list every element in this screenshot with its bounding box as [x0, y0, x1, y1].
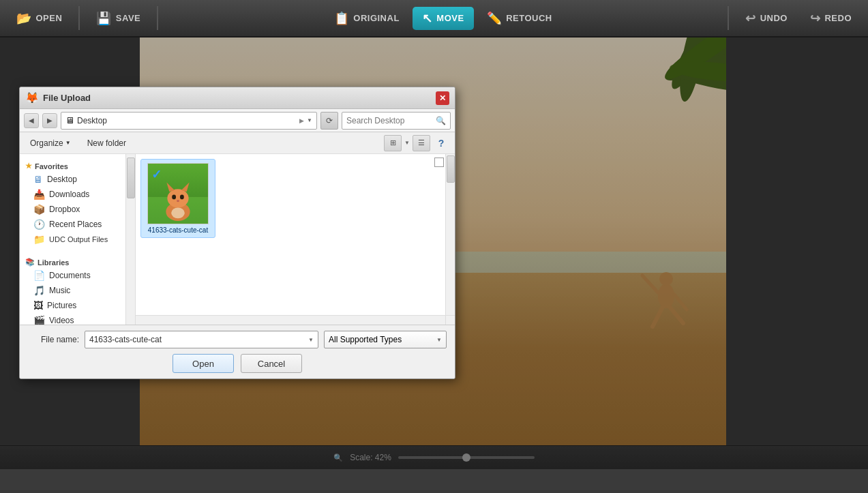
pictures-icon: 🖼: [33, 300, 43, 311]
dialog-titlebar: 🦊 File Upload ✕: [20, 87, 455, 109]
move-icon: ↖: [422, 11, 433, 26]
nav-item-desktop[interactable]: 🖥 Desktop: [20, 172, 135, 187]
scroll-corner: [445, 315, 455, 325]
svg-point-16: [167, 189, 188, 207]
retouch-button[interactable]: ✏️ RETOUCH: [477, 7, 562, 30]
redo-button[interactable]: ↪ REDO: [800, 7, 861, 30]
address-box[interactable]: 🖥 Desktop ▶ ▼: [61, 112, 317, 130]
file-hscrollbar[interactable]: [136, 315, 445, 325]
nav-item-downloads[interactable]: 📥 Downloads: [20, 187, 135, 202]
nav-item-udc[interactable]: 📁 UDC Output Files: [20, 232, 135, 247]
divider-2: [157, 6, 158, 30]
new-folder-button[interactable]: New folder: [81, 136, 132, 150]
dialog-toolbar2: Organize ▼ New folder ⊞ ▼ ☰ ?: [20, 132, 455, 154]
address-arrow: ▶: [299, 117, 304, 124]
dialog-title: File Upload: [43, 93, 432, 103]
cancel-dialog-button[interactable]: Cancel: [241, 354, 302, 373]
redo-icon: ↪: [810, 11, 821, 26]
udc-icon: 📁: [33, 234, 45, 245]
libraries-label: 📚 Libraries: [20, 254, 135, 268]
filetype-dropdown-icon: ▼: [436, 337, 442, 343]
dialog-overlay: 🦊 File Upload ✕ ◀ ▶ 🖥 Desktop ▶ ▼ ⟳ 🔍: [0, 38, 868, 469]
downloads-icon: 📥: [33, 189, 45, 200]
file-area-checkbox[interactable]: [434, 158, 444, 167]
open-button[interactable]: 📂 OPEN: [7, 7, 72, 30]
move-button[interactable]: ↖ MOVE: [413, 7, 474, 30]
file-area[interactable]: ✓ 41633-cats-cute-cat: [136, 154, 455, 325]
nav-item-documents[interactable]: 📄 Documents: [20, 268, 135, 283]
view-chevron-icon: ▼: [404, 140, 410, 146]
dialog-close-button[interactable]: ✕: [436, 91, 449, 105]
search-icon: 🔍: [436, 116, 446, 125]
nav-item-music[interactable]: 🎵 Music: [20, 283, 135, 298]
filename-input[interactable]: 41633-cats-cute-cat ▼: [85, 331, 318, 348]
thumbnail-view-button[interactable]: ⊞: [384, 135, 402, 151]
file-upload-dialog: 🦊 File Upload ✕ ◀ ▶ 🖥 Desktop ▶ ▼ ⟳ 🔍: [19, 87, 455, 379]
main-area: 🦊 File Upload ✕ ◀ ▶ 🖥 Desktop ▶ ▼ ⟳ 🔍: [0, 38, 868, 469]
nav-scroll-thumb[interactable]: [127, 158, 135, 198]
save-icon: 💾: [96, 11, 112, 26]
documents-icon: 📄: [33, 270, 45, 281]
footer-row1: File name: 41633-cats-cute-cat ▼ All Sup…: [28, 331, 447, 348]
divider-1: [78, 6, 80, 30]
help-button[interactable]: ?: [433, 135, 449, 151]
forward-button[interactable]: ▶: [42, 113, 57, 128]
file-vscroll-thumb[interactable]: [447, 155, 455, 183]
retouch-icon: ✏️: [487, 11, 503, 26]
svg-point-20: [180, 194, 184, 199]
videos-icon: 🎬: [33, 315, 45, 325]
address-dropdown-arrow[interactable]: ▼: [307, 117, 312, 123]
filename-dropdown-icon[interactable]: ▼: [308, 337, 314, 343]
original-icon: 📋: [334, 11, 350, 26]
open-icon: 📂: [16, 11, 32, 26]
filename-value: 41633-cats-cute-cat: [89, 335, 162, 344]
address-text: Desktop: [77, 116, 297, 125]
nav-spacer: [20, 247, 135, 254]
original-button[interactable]: 📋 ORIGINAL: [325, 7, 409, 30]
libraries-icon: 📚: [25, 258, 35, 267]
nav-item-videos[interactable]: 🎬 Videos: [20, 313, 135, 325]
refresh-button[interactable]: ⟳: [320, 112, 338, 130]
undo-button[interactable]: ↩ UNDO: [736, 7, 797, 30]
details-view-button[interactable]: ☰: [413, 135, 430, 151]
address-icon: 🖥: [65, 115, 74, 125]
filetype-select[interactable]: All Supported Types ▼: [324, 331, 447, 348]
dialog-footer: File name: 41633-cats-cute-cat ▼ All Sup…: [20, 325, 455, 378]
music-icon: 🎵: [33, 285, 45, 296]
thumbnail-icon: ⊞: [390, 138, 396, 147]
cat-image-svg: ✓: [148, 163, 208, 224]
firefox-icon: 🦊: [25, 91, 39, 104]
file-thumbnail: ✓: [147, 163, 209, 224]
organize-dropdown-icon: ▼: [65, 140, 71, 146]
undo-icon: ↩: [745, 11, 756, 26]
back-button[interactable]: ◀: [24, 113, 39, 128]
details-icon: ☰: [418, 138, 425, 147]
divider-3: [728, 6, 729, 30]
svg-point-21: [177, 200, 179, 202]
dialog-body: ★ Favorites 🖥 Desktop 📥 Downloads 📦 Drop…: [20, 154, 455, 325]
nav-scrollbar[interactable]: [125, 154, 135, 325]
file-vscrollbar[interactable]: [445, 154, 455, 315]
organize-button[interactable]: Organize ▼: [25, 136, 76, 150]
view-icons: ⊞ ▼ ☰ ?: [384, 135, 449, 151]
nav-item-recent[interactable]: 🕐 Recent Places: [20, 217, 135, 232]
favorites-star-icon: ★: [25, 162, 32, 170]
dropbox-icon: 📦: [33, 204, 45, 215]
dialog-addressbar: ◀ ▶ 🖥 Desktop ▶ ▼ ⟳ 🔍: [20, 109, 455, 132]
search-input[interactable]: [346, 116, 436, 125]
svg-text:✓: ✓: [151, 168, 162, 181]
nav-panel: ★ Favorites 🖥 Desktop 📥 Downloads 📦 Drop…: [20, 154, 136, 325]
svg-point-19: [172, 194, 176, 199]
nav-item-dropbox[interactable]: 📦 Dropbox: [20, 202, 135, 217]
save-button[interactable]: 💾 SAVE: [87, 7, 150, 30]
filename-label: File name:: [28, 335, 79, 344]
filetype-value: All Supported Types: [329, 335, 402, 344]
open-dialog-button[interactable]: Open: [173, 354, 234, 373]
view-dropdown[interactable]: ▼: [404, 140, 410, 146]
search-box[interactable]: 🔍: [342, 112, 451, 130]
desktop-icon: 🖥: [33, 174, 43, 185]
nav-item-pictures[interactable]: 🖼 Pictures: [20, 298, 135, 313]
file-item-cat[interactable]: ✓ 41633-cats-cute-cat: [140, 159, 215, 238]
svg-point-22: [171, 208, 185, 219]
recent-icon: 🕐: [33, 219, 45, 230]
